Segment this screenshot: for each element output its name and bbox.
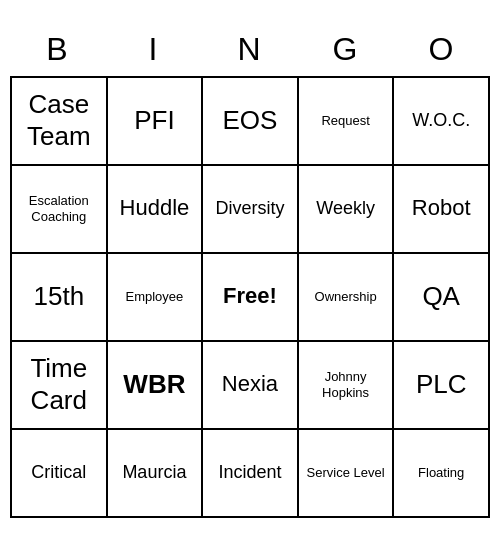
- cell-text: 15th: [33, 281, 84, 312]
- cell-text: Incident: [218, 462, 281, 484]
- bingo-cell: Ownership: [299, 254, 395, 342]
- bingo-grid: Case TeamPFIEOSRequestW.O.C.Escalation C…: [10, 76, 490, 518]
- cell-text: Huddle: [120, 195, 190, 221]
- bingo-cell: Employee: [108, 254, 204, 342]
- cell-text: Critical: [31, 462, 86, 484]
- bingo-cell: Diversity: [203, 166, 299, 254]
- bingo-cell: Robot: [394, 166, 490, 254]
- bingo-cell: Free!: [203, 254, 299, 342]
- bingo-board: BINGO Case TeamPFIEOSRequestW.O.C.Escala…: [10, 27, 490, 518]
- bingo-cell: Weekly: [299, 166, 395, 254]
- bingo-cell: Floating: [394, 430, 490, 518]
- header-letter: N: [202, 27, 298, 76]
- bingo-cell: QA: [394, 254, 490, 342]
- bingo-cell: Maurcia: [108, 430, 204, 518]
- bingo-cell: PFI: [108, 78, 204, 166]
- bingo-cell: W.O.C.: [394, 78, 490, 166]
- bingo-cell: 15th: [12, 254, 108, 342]
- bingo-cell: Service Level: [299, 430, 395, 518]
- header-letter: B: [10, 27, 106, 76]
- bingo-cell: Huddle: [108, 166, 204, 254]
- cell-text: Request: [321, 113, 369, 129]
- bingo-cell: Case Team: [12, 78, 108, 166]
- header-letter: G: [298, 27, 394, 76]
- bingo-cell: Incident: [203, 430, 299, 518]
- bingo-header: BINGO: [10, 27, 490, 76]
- cell-text: QA: [422, 281, 460, 312]
- bingo-cell: Johnny Hopkins: [299, 342, 395, 430]
- cell-text: Maurcia: [122, 462, 186, 484]
- bingo-cell: EOS: [203, 78, 299, 166]
- header-letter: O: [394, 27, 490, 76]
- bingo-cell: Escalation Coaching: [12, 166, 108, 254]
- cell-text: Case Team: [16, 89, 102, 151]
- cell-text: Time Card: [16, 353, 102, 415]
- header-letter: I: [106, 27, 202, 76]
- bingo-cell: PLC: [394, 342, 490, 430]
- cell-text: Johnny Hopkins: [303, 369, 389, 400]
- cell-text: WBR: [123, 369, 185, 400]
- bingo-cell: WBR: [108, 342, 204, 430]
- cell-text: Ownership: [315, 289, 377, 305]
- cell-text: Employee: [125, 289, 183, 305]
- cell-text: Service Level: [307, 465, 385, 481]
- cell-text: Floating: [418, 465, 464, 481]
- cell-text: Free!: [223, 283, 277, 309]
- cell-text: Weekly: [316, 198, 375, 220]
- cell-text: Nexia: [222, 371, 278, 397]
- cell-text: PLC: [416, 369, 467, 400]
- bingo-cell: Nexia: [203, 342, 299, 430]
- cell-text: Robot: [412, 195, 471, 221]
- bingo-cell: Time Card: [12, 342, 108, 430]
- cell-text: PFI: [134, 105, 174, 136]
- cell-text: Escalation Coaching: [16, 193, 102, 224]
- bingo-cell: Request: [299, 78, 395, 166]
- cell-text: Diversity: [215, 198, 284, 220]
- cell-text: EOS: [223, 105, 278, 136]
- cell-text: W.O.C.: [412, 110, 470, 132]
- bingo-cell: Critical: [12, 430, 108, 518]
